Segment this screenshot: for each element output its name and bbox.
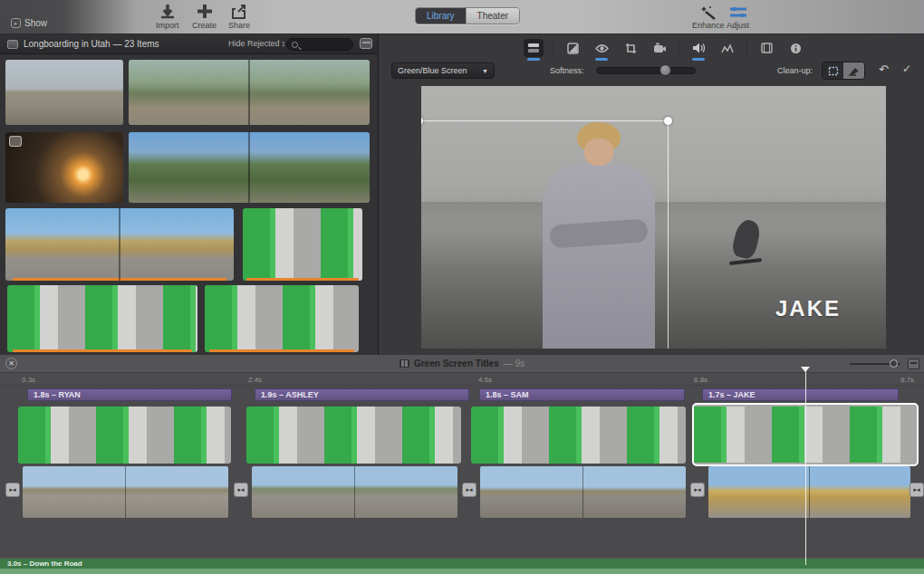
color-balance-icon[interactable] <box>563 39 582 57</box>
storyline-clip[interactable] <box>480 466 686 518</box>
clip-thumbnail[interactable] <box>205 285 359 352</box>
person-face <box>584 139 613 166</box>
softness-slider-thumb[interactable] <box>659 64 671 76</box>
cleanup-eraser-button[interactable] <box>843 62 864 79</box>
overlay-settings-icon[interactable] <box>524 39 544 57</box>
chevron-updown-icon: ▴▾ <box>283 40 285 47</box>
audio-waveform-strip <box>0 569 924 574</box>
noise-reduction-icon[interactable] <box>717 39 737 57</box>
undo-button[interactable]: ↶ <box>879 62 889 76</box>
import-button[interactable]: Import <box>156 4 179 30</box>
clip-thumbnail[interactable] <box>5 132 123 203</box>
search-input[interactable] <box>286 38 353 51</box>
clip-appearance-button[interactable] <box>908 359 919 369</box>
library-header: Longboarding in Utah — 23 Items Hide Rej… <box>0 34 378 54</box>
effect-selector-value: Green/Blue Screen <box>398 66 467 75</box>
title-clip-sam[interactable]: 1.8s – SAM <box>479 388 685 401</box>
crop-icon[interactable] <box>621 39 640 57</box>
transition-icon[interactable]: ▸◂ <box>910 483 924 497</box>
filter-dropdown[interactable]: Hide Rejected ▴▾ <box>228 39 284 48</box>
title-clip-ashley[interactable]: 1.9s – ASHLEY <box>255 388 469 401</box>
close-project-icon[interactable]: ✕ <box>5 358 17 369</box>
softness-slider[interactable] <box>596 67 696 74</box>
cleanup-label: Clean-up: <box>777 66 813 75</box>
show-button[interactable]: ▸ Show <box>11 18 47 28</box>
greenscreen-clip-ashley[interactable] <box>246 407 461 464</box>
clip-thumbnail[interactable] <box>5 208 234 281</box>
favorite-marker <box>209 349 354 352</box>
create-button[interactable]: Create <box>192 4 217 30</box>
timeline-pane: ✕ Green Screen Titles — 9s 0.3s 2.4s 4.6… <box>0 355 924 574</box>
cleanup-crop-button[interactable] <box>823 62 843 79</box>
timeline-ruler[interactable]: 0.3s 2.4s 4.6s 6.8s 8.7s <box>0 373 924 386</box>
divider <box>679 42 679 54</box>
selection-handle[interactable] <box>664 117 672 125</box>
media-browser-panel: Longboarding in Utah — 23 Items Hide Rej… <box>0 34 379 355</box>
ruler-tick: 2.4s <box>248 376 262 384</box>
transition-icon[interactable]: ▸◂ <box>690 483 705 497</box>
transition-icon[interactable]: ▸◂ <box>234 483 248 497</box>
imovie-window: ▸ Show Import Create Share Library <box>0 0 924 574</box>
ruler-tick: 4.6s <box>478 376 492 384</box>
import-icon <box>159 4 177 20</box>
transition-icon[interactable]: ▸◂ <box>462 483 476 497</box>
timeline-zoom-thumb[interactable] <box>890 359 898 368</box>
clip-thumbnail[interactable] <box>5 60 123 125</box>
video-canvas[interactable]: JAKE <box>421 86 886 349</box>
timeline-header: ✕ Green Screen Titles — 9s <box>0 355 924 373</box>
selection-handle[interactable] <box>421 117 423 125</box>
greenscreen-clip-sam[interactable] <box>471 407 686 464</box>
enhance-button[interactable]: Enhance <box>692 5 725 30</box>
divider <box>746 42 747 54</box>
greenscreen-clip-ryan[interactable] <box>18 407 231 464</box>
audio-track-label: 3.0s – Down the Road <box>7 560 82 568</box>
stabilization-icon[interactable] <box>650 39 669 57</box>
share-button[interactable]: Share <box>228 4 250 30</box>
clip-thumbnail[interactable] <box>129 132 370 203</box>
create-icon <box>196 4 214 20</box>
selection-edge-right <box>668 120 669 349</box>
top-toolbar: ▸ Show Import Create Share Library <box>0 0 924 34</box>
favorite-marker <box>13 349 191 352</box>
tab-library[interactable]: Library <box>416 8 466 24</box>
softness-label: Softness: <box>550 66 584 75</box>
share-icon <box>230 4 248 20</box>
transition-icon[interactable]: ▸◂ <box>5 483 20 497</box>
event-title: Longboarding in Utah — 23 Items <box>24 39 159 49</box>
storyline-clip[interactable] <box>23 466 228 518</box>
event-icon <box>7 40 18 49</box>
enhance-label: Enhance <box>692 21 725 30</box>
title-clip-jake[interactable]: 1.7s – JAKE <box>702 388 899 401</box>
ruler-tick: 0.3s <box>22 376 35 384</box>
info-icon[interactable] <box>785 39 805 57</box>
clip-thumbnail[interactable] <box>7 285 197 352</box>
selection-edge-top <box>421 120 669 121</box>
viewer-pane: Green/Blue Screen ▼ Softness: Clean-up: … <box>379 34 924 355</box>
clip-thumbnail[interactable] <box>129 60 370 125</box>
color-correction-icon[interactable] <box>592 39 611 57</box>
adjust-label: Adjust <box>727 21 749 30</box>
browser-appearance-button[interactable] <box>360 38 372 49</box>
adjust-sliders-icon <box>728 5 748 20</box>
filter-label: Hide Rejected <box>228 39 280 48</box>
chevron-down-icon: ▼ <box>482 68 488 74</box>
playhead-line[interactable] <box>805 371 806 565</box>
project-title: Green Screen Titles <box>414 359 499 368</box>
share-label: Share <box>228 21 250 30</box>
storyline-clip[interactable] <box>252 466 457 518</box>
ruler-tick: 8.7s <box>900 376 914 384</box>
audio-track[interactable]: 3.0s – Down the Road <box>0 558 924 569</box>
adjust-button[interactable]: Adjust <box>727 5 749 30</box>
clip-thumbnail[interactable] <box>243 208 362 281</box>
skateboard-shape <box>729 258 762 265</box>
effect-selector-dropdown[interactable]: Green/Blue Screen ▼ <box>391 62 495 79</box>
import-label: Import <box>156 21 179 30</box>
apply-checkmark-button[interactable]: ✓ <box>902 62 911 75</box>
effects-icon[interactable] <box>756 39 776 57</box>
show-label: Show <box>24 18 47 28</box>
storyline-clip[interactable] <box>708 466 910 518</box>
volume-icon[interactable] <box>688 39 708 57</box>
project-duration: — 9s <box>504 359 525 368</box>
tab-theater[interactable]: Theater <box>466 8 519 24</box>
title-clip-ryan[interactable]: 1.8s – RYAN <box>27 388 232 401</box>
